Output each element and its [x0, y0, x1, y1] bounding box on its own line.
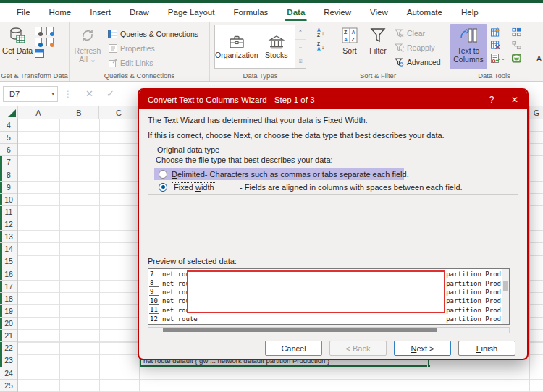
- from-web-icon[interactable]: [46, 27, 54, 35]
- name-box-dropdown-icon[interactable]: ▾: [51, 91, 54, 97]
- row-header-22[interactable]: 22: [0, 342, 17, 354]
- tab-file[interactable]: File: [7, 3, 40, 22]
- tab-review[interactable]: Review: [314, 3, 361, 22]
- gallery-down-icon[interactable]: ⌄: [295, 40, 306, 54]
- redaction-overlay: [187, 270, 445, 313]
- delimited-option[interactable]: Delimited - Characters such as commas or…: [154, 168, 404, 180]
- finish-button[interactable]: Finish: [458, 341, 515, 356]
- remove-duplicates-icon[interactable]: [491, 41, 500, 50]
- row-header-12[interactable]: 12: [0, 218, 17, 231]
- tab-help[interactable]: Help: [452, 3, 488, 22]
- row-header-16[interactable]: 16: [0, 268, 17, 281]
- cancel-button[interactable]: Cancel: [265, 341, 322, 356]
- consolidate-icon[interactable]: [512, 27, 521, 37]
- preview-horizontal-scrollbar[interactable]: [148, 327, 510, 333]
- flash-fill-icon[interactable]: [491, 27, 500, 37]
- fill-handle[interactable]: [427, 365, 431, 368]
- ribbon: Get Data ⌄ Get & Transform Da: [0, 22, 543, 82]
- cancel-entry-icon[interactable]: ✕: [85, 88, 93, 99]
- delimited-description: - Characters such as commas or tabs sepa…: [205, 170, 409, 179]
- sort-button[interactable]: Z A A Z Sort: [336, 24, 363, 69]
- tab-view[interactable]: View: [361, 3, 397, 22]
- row-header-14[interactable]: 14: [0, 243, 17, 255]
- tab-home[interactable]: Home: [40, 3, 81, 22]
- row-header-8[interactable]: 8: [0, 169, 17, 182]
- tab-automate[interactable]: Automate: [397, 3, 452, 22]
- enter-entry-icon[interactable]: ✓: [106, 88, 114, 99]
- next-button[interactable]: Next >: [394, 341, 451, 356]
- reapply-filter-button[interactable]: Reapply: [392, 41, 443, 54]
- organization-data-type[interactable]: Organization: [215, 25, 258, 68]
- groupbox-legend: Original data type: [154, 145, 222, 154]
- row-header-24[interactable]: 24: [0, 367, 17, 380]
- row-header-10[interactable]: 10: [0, 194, 17, 206]
- data-types-gallery-scroll[interactable]: ⌃ ⌄ ⍗: [295, 25, 306, 69]
- data-validation-icon[interactable]: ⌄: [491, 54, 505, 63]
- sort-az-button[interactable]: AZ↓: [317, 28, 336, 38]
- preview-row-left-text: net route: [159, 315, 198, 323]
- preview-vertical-scrollbar[interactable]: [502, 269, 509, 324]
- text-to-columns-label2: Columns: [453, 55, 483, 64]
- existing-connections-icon[interactable]: [35, 48, 44, 58]
- tab-formulas[interactable]: Formulas: [224, 3, 277, 22]
- row-header-13[interactable]: 13: [0, 231, 17, 243]
- row-header-9[interactable]: 9: [0, 182, 17, 194]
- stocks-data-type[interactable]: Stocks: [258, 25, 295, 68]
- row-header-11[interactable]: 11: [0, 206, 17, 218]
- row-header-7[interactable]: 7: [0, 156, 17, 169]
- manage-data-model-icon[interactable]: [512, 54, 521, 63]
- preview-hscroll-thumb[interactable]: [163, 328, 437, 332]
- properties-button[interactable]: Properties: [106, 41, 201, 55]
- dialog-title-bar[interactable]: Convert Text to Columns Wizard - Step 1 …: [139, 90, 527, 109]
- fixed-width-radio[interactable]: [159, 183, 167, 192]
- tab-data[interactable]: Data: [277, 3, 314, 22]
- row-header-5[interactable]: 5: [0, 132, 17, 144]
- gallery-up-icon[interactable]: ⌃: [295, 25, 306, 40]
- group-label-data-types: Data Types: [210, 72, 311, 80]
- refresh-all-button[interactable]: Refresh All ⌄: [70, 24, 106, 69]
- row-header-23[interactable]: 23: [0, 354, 17, 367]
- tab-page-layout[interactable]: Page Layout: [159, 3, 224, 22]
- queries-connections-button[interactable]: Queries & Connections: [106, 27, 201, 41]
- relationships-icon[interactable]: [512, 41, 521, 50]
- row-header-4[interactable]: 4: [0, 119, 17, 132]
- row-header-19[interactable]: 19: [0, 305, 17, 318]
- data-preview-box[interactable]: 7net routepartition Prod8net routepartit…: [148, 268, 510, 325]
- fixed-width-option[interactable]: Fixed width - Fields are aligned in colu…: [154, 181, 463, 193]
- from-text-csv-icon[interactable]: [35, 27, 42, 35]
- preview-vscroll-thumb[interactable]: [503, 281, 508, 291]
- row-header-17[interactable]: 17: [0, 281, 17, 293]
- row-header-20[interactable]: 20: [0, 318, 17, 330]
- column-header-b[interactable]: B: [59, 106, 99, 119]
- row-header-6[interactable]: 6: [0, 144, 17, 156]
- column-header-c[interactable]: C: [99, 106, 139, 119]
- dialog-close-button[interactable]: ✕: [502, 95, 527, 105]
- filter-button[interactable]: Filter: [363, 24, 392, 69]
- from-table-range-icon[interactable]: [35, 38, 42, 46]
- advanced-filter-button[interactable]: Advanced: [392, 55, 443, 69]
- clear-filter-button[interactable]: Clear: [392, 26, 443, 40]
- row-header-18[interactable]: 18: [0, 293, 17, 305]
- recent-sources-icon[interactable]: [46, 38, 54, 46]
- sort-za-button[interactable]: ZA↓: [317, 42, 336, 51]
- tab-insert[interactable]: Insert: [80, 3, 120, 22]
- properties-label: Properties: [120, 44, 155, 53]
- get-data-button[interactable]: Get Data ⌄: [0, 24, 35, 69]
- select-all-corner[interactable]: [0, 106, 18, 119]
- dialog-help-button[interactable]: ?: [481, 95, 502, 105]
- gallery-more-icon[interactable]: ⍗: [295, 54, 306, 68]
- name-box[interactable]: D7 ▾: [3, 86, 58, 102]
- row-header-15[interactable]: 15: [0, 255, 17, 268]
- column-header-a[interactable]: A: [18, 106, 59, 119]
- row-header-25[interactable]: 25: [0, 380, 17, 392]
- tab-draw[interactable]: Draw: [120, 3, 159, 22]
- group-data-tools: Text to Columns ⌄: [445, 22, 543, 81]
- wizard-intro-line2: If this is correct, choose Next, or choo…: [148, 131, 445, 140]
- back-button[interactable]: < Back: [329, 341, 387, 356]
- file-type-prompt: Choose the file type that best describes…: [156, 155, 333, 164]
- edit-links-button[interactable]: Edit Links: [106, 56, 201, 69]
- text-to-columns-button[interactable]: Text to Columns: [450, 24, 487, 69]
- row-header-21[interactable]: 21: [0, 330, 17, 342]
- delimited-radio[interactable]: [159, 170, 167, 179]
- column-header-g[interactable]: G: [529, 106, 543, 119]
